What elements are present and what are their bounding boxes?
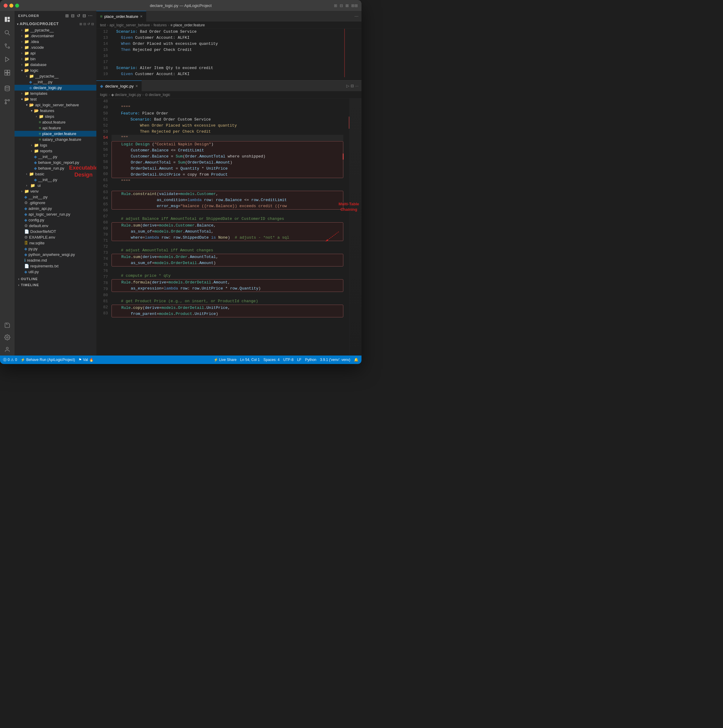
split-icon[interactable]: ⊟	[351, 84, 354, 88]
main-tab-bar: ◆ declare_logic.py × ▷ ⊟ ···	[97, 81, 362, 92]
tab-place-order-feature[interactable]: ≡ place_order.feature ×	[97, 11, 146, 21]
tree-item-util[interactable]: › ◆ util.py	[15, 269, 97, 275]
tree-item-admin-api[interactable]: › ◆ admin_api.py	[15, 206, 97, 211]
tree-item-api-feature[interactable]: › ≡ api.feature	[15, 125, 97, 131]
new-file-icon[interactable]: ⊞	[65, 13, 69, 18]
tree-item-sqlite[interactable]: › 🗄 nw.sqlite	[15, 240, 97, 246]
tree-item-example-env[interactable]: › ⚙ EXAMPLE.env	[15, 234, 97, 240]
tab-more-icon[interactable]: ···	[351, 11, 362, 21]
tree-item-init-basic[interactable]: › ◆ __init__.py	[15, 177, 97, 183]
language-mode[interactable]: Python	[305, 358, 316, 362]
tree-item-logs[interactable]: › 📁 logs	[15, 142, 97, 148]
tree-item-api[interactable]: › 📁 api	[15, 50, 97, 56]
project-name: APILOGICPROJECT	[20, 22, 59, 26]
tab-declare-logic[interactable]: ◆ declare_logic.py ×	[97, 81, 142, 91]
database-activity-icon[interactable]	[1, 83, 13, 95]
tree-item-salary-change-feature[interactable]: › ≡ salary_change.feature	[15, 136, 97, 142]
file-icon: 📄	[24, 229, 29, 234]
new-folder-project-icon[interactable]: ⊟	[83, 22, 86, 26]
editor-area: ≡ place_order.feature × ··· test › api_l…	[97, 11, 362, 355]
error-count[interactable]: ⓪ 0 ⚠ 0	[3, 357, 17, 362]
refresh-icon[interactable]: ↺	[77, 13, 81, 18]
main-tab-more[interactable]: ▷ ⊟ ···	[343, 81, 362, 91]
close-button[interactable]	[4, 4, 8, 8]
tree-item-logic[interactable]: ▾ 📂 logic	[15, 67, 97, 73]
top-tab-bar: ≡ place_order.feature × ···	[97, 11, 362, 22]
tree-item-behave-logic-report[interactable]: › ◆ behave_logic_report.py	[15, 160, 97, 165]
code-line-68: Rule.sum(derive=models.Customer.Balance,	[112, 223, 343, 229]
code-line-76: # compute price * qty	[112, 273, 343, 279]
tree-item-features[interactable]: ▾ 📂 features	[15, 108, 97, 113]
tree-item-reports[interactable]: › 📁 reports	[15, 148, 97, 154]
tree-item-templates[interactable]: › 📁 templates	[15, 90, 97, 96]
outline-header[interactable]: › OUTLINE	[15, 276, 97, 282]
line-numbers-top: 12 13 14 15 16 17 18 19	[97, 29, 112, 77]
settings-activity-icon[interactable]	[1, 331, 13, 343]
timeline-header[interactable]: › TIMELINE	[15, 282, 97, 288]
run-config[interactable]: ⚡ Behave Run (ApiLogicProject)	[21, 358, 75, 362]
main-code-editor[interactable]: 48 49 50 51 52 53 54 55 56 57 58	[97, 98, 349, 355]
layout-icon-2[interactable]: ⊟	[340, 3, 343, 8]
tree-item-ui[interactable]: › 📁 ui	[15, 183, 97, 188]
tree-item-steps[interactable]: › 📁 steps	[15, 113, 97, 119]
tree-item-dockerfile[interactable]: › 📄 DockerfileNOT	[15, 229, 97, 234]
tree-item-pypy[interactable]: › ◆ py.py	[15, 246, 97, 252]
close-tab-icon[interactable]: ×	[140, 14, 142, 19]
tree-item-python-anywhere[interactable]: › ◆ python_anywhere_wsgi.py	[15, 252, 97, 257]
folder-icon: 📁	[24, 34, 29, 38]
tree-item-place-order-feature[interactable]: › ≡ place_order.feature	[15, 131, 97, 136]
new-folder-icon[interactable]: ⊟	[71, 13, 75, 18]
tree-item-bin[interactable]: › 📁 bin	[15, 56, 97, 62]
project-header[interactable]: ▾ APILOGICPROJECT ⊞ ⊟ ↺ ⊟	[15, 21, 97, 27]
code-line-51: Scenario: Bad Order Custom Service	[112, 116, 343, 122]
collapse-icon[interactable]: ⊟	[83, 13, 86, 18]
tree-item-about-feature[interactable]: › ≡ about.feature	[15, 119, 97, 125]
live-share-status[interactable]: ⚡ Live Share	[214, 358, 237, 362]
tree-item-init-logic[interactable]: › ◆ __init__.py	[15, 79, 97, 85]
tree-item-init-root[interactable]: › ◆ __init__.py	[15, 194, 97, 200]
maximize-button[interactable]	[15, 4, 19, 8]
source-control-activity-icon[interactable]	[1, 40, 13, 52]
tree-item-default-env[interactable]: › ⚙ default.env	[15, 223, 97, 229]
run-icon[interactable]: ▷	[346, 84, 349, 88]
tree-item-config[interactable]: › ◆ config.py	[15, 217, 97, 223]
layout-icon-3[interactable]: ⊠	[345, 3, 349, 8]
explorer-activity-icon[interactable]	[1, 13, 13, 26]
tree-item-devcontainer[interactable]: › 📁 .devcontainer	[15, 33, 97, 39]
tree-item-vscode[interactable]: › 📁 .vscode	[15, 44, 97, 50]
bell-icon[interactable]: 🔔	[354, 358, 358, 362]
tree-item-basic[interactable]: › 📁 basic	[15, 171, 97, 177]
search-activity-icon[interactable]	[1, 27, 13, 39]
tree-item-idea[interactable]: › 📁 .idea	[15, 39, 97, 44]
tree-item-pycache1[interactable]: › 📁 __pycache__	[15, 27, 97, 33]
tree-item-venv[interactable]: › 📁 venv	[15, 188, 97, 194]
extensions-activity-icon[interactable]	[1, 67, 13, 79]
tree-item-api-run[interactable]: › ◆ api_logic_server_run.py	[15, 211, 97, 217]
more-icon[interactable]: ···	[355, 84, 358, 88]
refresh-project-icon[interactable]: ↺	[87, 22, 90, 26]
tree-item-database[interactable]: › 📁 database	[15, 62, 97, 67]
more-actions-icon[interactable]: ···	[88, 13, 93, 18]
tree-item-gitignore[interactable]: › ⚙ .gitignore	[15, 200, 97, 206]
tree-item-behave-run[interactable]: › ◆ behave_run.py	[15, 165, 97, 171]
layout-icon-1[interactable]: ⊞	[334, 3, 337, 8]
account-activity-icon[interactable]	[1, 343, 13, 355]
minimize-button[interactable]	[9, 4, 13, 8]
collapse-project-icon[interactable]: ⊟	[91, 22, 94, 26]
test-activity-icon[interactable]	[1, 319, 13, 331]
top-code-editor[interactable]: 12 13 14 15 16 17 18 19 Scenario: Bad Or…	[97, 29, 362, 77]
tree-item-logic-pycache[interactable]: › 📁 __pycache__	[15, 73, 97, 79]
new-file-project-icon[interactable]: ⊞	[80, 22, 82, 26]
tree-item-init-test[interactable]: › ◆ __init__.py	[15, 154, 97, 160]
layout-icon-4[interactable]: ⊞⊞	[351, 3, 358, 8]
tree-item-api-logic-behave[interactable]: ▾ 📂 api_logic_server_behave	[15, 102, 97, 108]
svg-point-3	[5, 31, 9, 34]
tree-item-test[interactable]: ▾ 📂 test	[15, 96, 97, 102]
folder-icon: 📁	[29, 74, 34, 78]
tree-item-requirements[interactable]: › 📄 requirements.txt	[15, 263, 97, 269]
close-tab-button[interactable]: ×	[135, 84, 138, 89]
git-activity-icon[interactable]	[1, 96, 13, 108]
tree-item-readme[interactable]: › ℹ readme.md	[15, 257, 97, 263]
tree-item-declare-logic[interactable]: › ◆ declare_logic.py	[15, 85, 97, 90]
debug-activity-icon[interactable]	[1, 53, 13, 66]
